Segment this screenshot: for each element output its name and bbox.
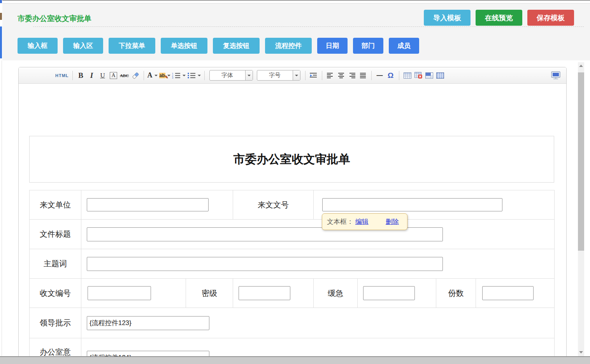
page-title: 市委办公室收文审批单 [18, 14, 91, 24]
field-label: 密级 [186, 279, 233, 308]
table-row: 主题词 [30, 249, 555, 279]
control-palette: 输入框 输入区 下拉菜单 单选按钮 复选按钮 流程控件 日期 部门 成员 [18, 38, 419, 54]
lingdao-pishi-input[interactable] [87, 316, 209, 330]
toolbar-separator [322, 71, 322, 80]
svg-text:3: 3 [172, 77, 173, 79]
header-actions: 导入模板 在线预览 保存模板 [424, 10, 574, 26]
shouwen-bianhao-input[interactable] [88, 286, 151, 300]
delete-table-icon[interactable] [414, 70, 423, 81]
toolbar-separator [144, 71, 144, 80]
form-table: 来文单位 来文文号 文件标题 主题词 [29, 190, 555, 364]
unordered-list-icon[interactable] [187, 70, 201, 81]
left-fragment-brown [0, 13, 2, 20]
left-fragment-blue-top [0, 0, 2, 3]
palette-radio-button[interactable]: 单选按钮 [161, 38, 207, 54]
field-label: 缓急 [314, 279, 358, 308]
field-tooltip: 文本框： 编辑 删除 [322, 213, 407, 230]
scrollbar-thumb[interactable] [578, 72, 584, 251]
font-family-select[interactable]: 字体 [209, 70, 253, 81]
chevron-down-icon [155, 75, 158, 76]
table-cell-properties-icon[interactable] [425, 70, 434, 81]
delete-link[interactable]: 删除 [386, 217, 399, 226]
bottom-edge [0, 356, 590, 364]
toolbar-separator [399, 71, 399, 80]
field-label: 来文单位 [30, 190, 81, 220]
toolbar-separator [72, 71, 73, 80]
edit-link[interactable]: 编辑 [355, 217, 369, 226]
table-row: 领导批示 [30, 308, 555, 338]
bold-icon[interactable]: B [76, 70, 86, 81]
horizontal-rule-icon[interactable]: — [375, 70, 385, 81]
chevron-down-icon [245, 70, 253, 80]
html-source-icon[interactable]: HTML [55, 70, 69, 81]
insert-table-icon[interactable] [403, 70, 412, 81]
table-row: 收文编号 密级 缓急 份数 [30, 279, 555, 308]
window-top-border [0, 0, 590, 1]
laiwen-wenhao-input[interactable] [322, 198, 502, 211]
strikethrough-icon[interactable]: ABC [120, 70, 129, 81]
palette-member-button[interactable]: 成员 [389, 38, 419, 54]
field-label: 文件标题 [30, 220, 81, 249]
header-panel: 市委办公室收文审批单 导入模板 在线预览 保存模板 输入框 输入区 下拉菜单 单… [2, 3, 590, 60]
field-label: 领导批示 [30, 308, 81, 338]
chevron-down-icon [198, 75, 201, 76]
import-template-button[interactable]: 导入模板 [424, 10, 471, 26]
chevron-down-icon [293, 70, 300, 80]
align-justify-icon[interactable] [358, 70, 368, 81]
field-label: 主题词 [30, 249, 81, 279]
highlight-color-icon[interactable]: ab [159, 70, 170, 81]
chevron-down-icon [183, 75, 186, 76]
form-title: 市委办公室收文审批单 [234, 151, 350, 167]
underline-icon[interactable]: U [98, 70, 107, 81]
palette-textarea-button[interactable]: 输入区 [63, 38, 103, 54]
toolbar-separator [204, 71, 205, 80]
field-label: 份数 [436, 279, 476, 308]
vertical-scrollbar[interactable] [578, 62, 584, 356]
editor-toolbar: HTML B I U A ABC A ab 1 [19, 67, 566, 84]
editor-panel: HTML B I U A ABC A ab 1 [18, 67, 567, 364]
align-center-icon[interactable] [337, 70, 346, 81]
field-label: 收文编号 [30, 279, 81, 308]
tooltip-label: 文本框： [327, 217, 353, 226]
palette-input-box-button[interactable]: 输入框 [18, 38, 58, 54]
form-title-box: 市委办公室收文审批单 [29, 136, 554, 183]
left-fragment-blue [0, 26, 2, 58]
format-box-icon[interactable]: A [109, 70, 118, 81]
fenshu-input[interactable] [482, 286, 534, 300]
fullscreen-icon[interactable] [551, 70, 561, 81]
table-row: 文件标题 [30, 220, 555, 249]
app-window: 市委办公室收文审批单 导入模板 在线预览 保存模板 输入框 输入区 下拉菜单 单… [0, 0, 590, 364]
table-row-properties-icon[interactable] [435, 70, 445, 81]
ordered-list-icon[interactable]: 1 2 3 [172, 70, 186, 81]
dashed-divider [33, 26, 584, 27]
palette-department-button[interactable]: 部门 [353, 38, 383, 54]
editor-document: 市委办公室收文审批单 来文单位 来文文号 文件标题 [19, 84, 566, 364]
palette-flow-control-button[interactable]: 流程控件 [265, 38, 312, 54]
left-fragment-line [0, 60, 2, 364]
palette-date-button[interactable]: 日期 [317, 38, 348, 54]
font-color-icon[interactable]: A [148, 70, 158, 81]
scroll-down-arrow[interactable] [578, 349, 584, 355]
online-preview-button[interactable]: 在线预览 [476, 10, 522, 26]
font-size-select[interactable]: 字号 [257, 70, 300, 81]
align-left-icon[interactable] [326, 70, 335, 81]
miji-input[interactable] [239, 286, 290, 300]
toolbar-separator [305, 71, 306, 80]
palette-dropdown-button[interactable]: 下拉菜单 [109, 38, 155, 54]
toolbar-separator [371, 71, 372, 80]
eraser-icon[interactable] [131, 70, 140, 81]
field-label: 来文文号 [233, 190, 314, 220]
laiwen-danwei-input[interactable] [87, 198, 209, 211]
align-right-icon[interactable] [348, 70, 357, 81]
table-row: 来文单位 来文文号 [30, 190, 555, 220]
scroll-up-arrow[interactable] [578, 62, 584, 69]
indent-icon[interactable] [309, 70, 318, 81]
huanji-input[interactable] [363, 286, 415, 300]
palette-checkbox-button[interactable]: 复选按钮 [213, 38, 260, 54]
zhutici-input[interactable] [87, 257, 443, 271]
italic-icon[interactable]: I [87, 70, 97, 81]
special-character-icon[interactable]: Ω [386, 70, 395, 81]
save-template-button[interactable]: 保存模板 [527, 10, 574, 26]
